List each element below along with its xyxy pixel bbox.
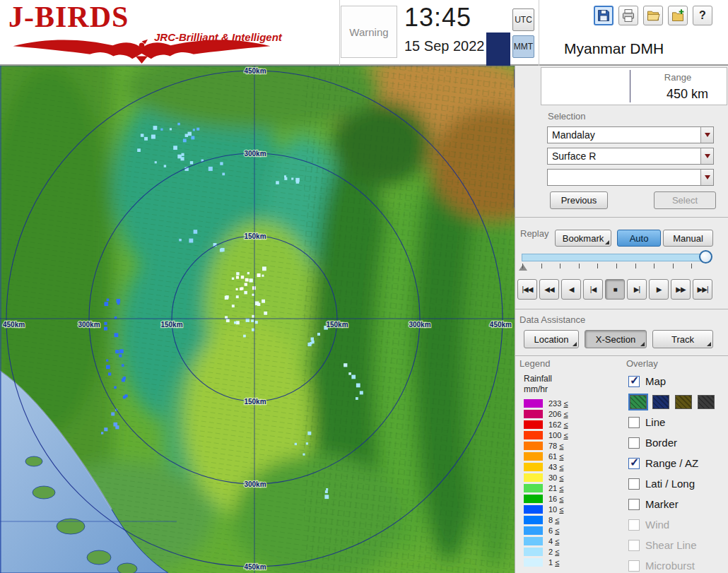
legend-color-swatch bbox=[524, 495, 543, 503]
fast-rewind-button[interactable]: ◀◀ bbox=[539, 279, 559, 300]
overlay-item-shear-line: Shear Line bbox=[628, 535, 728, 555]
legend-row: 8 ≤ bbox=[524, 514, 568, 525]
save-button[interactable] bbox=[594, 6, 613, 25]
utc-button[interactable]: UTC bbox=[512, 8, 534, 31]
auto-button[interactable]: Auto bbox=[617, 230, 661, 247]
step-forward-button[interactable]: ▶| bbox=[627, 279, 647, 300]
overlay-item-range-az[interactable]: Range / AZ bbox=[628, 453, 728, 473]
overlay-item-border[interactable]: Border bbox=[628, 432, 728, 453]
play-backward-button[interactable]: ◀ bbox=[561, 279, 581, 300]
bookmark-button[interactable]: Bookmark bbox=[555, 230, 611, 247]
skip-to-end-button[interactable]: ▶▶| bbox=[693, 279, 712, 300]
range-ring-label: 150km bbox=[244, 232, 266, 240]
x-section-button[interactable]: X-Section bbox=[585, 330, 647, 348]
chevron-down-icon bbox=[705, 154, 710, 158]
selection-label: Selection bbox=[548, 111, 585, 122]
product-dropdown[interactable]: Surface R bbox=[547, 148, 714, 165]
map-style-swatch[interactable] bbox=[675, 395, 692, 409]
product-dropdown-value: Surface R bbox=[548, 150, 700, 162]
legend-row: 30 ≤ bbox=[524, 472, 568, 483]
mmt-button[interactable]: MMT bbox=[512, 35, 534, 58]
fast-forward-button[interactable]: ▶▶ bbox=[671, 279, 691, 300]
overlay-item-lati-long[interactable]: Lati / Long bbox=[628, 473, 728, 494]
overlay-item-label: Line bbox=[645, 416, 665, 428]
radar-map-canvas: 150km150km150km150km300km300km300km300km… bbox=[0, 66, 515, 573]
checkbox[interactable] bbox=[628, 437, 640, 449]
step-back-button[interactable]: |◀ bbox=[583, 279, 603, 300]
legend-value: 43 ≤ bbox=[548, 463, 563, 471]
header: J-BIRDS JRC-Brilliant & Intelligent Rada… bbox=[0, 0, 728, 66]
legend-value: 78 ≤ bbox=[548, 442, 563, 450]
x-section-label: X-Section bbox=[596, 334, 635, 345]
manual-button[interactable]: Manual bbox=[663, 230, 713, 247]
legend-value: 206 ≤ bbox=[548, 410, 568, 418]
range-ring-label: 450km bbox=[244, 67, 266, 75]
station-name: Myanmar DMH bbox=[564, 40, 664, 57]
dropdown-arrow-button[interactable] bbox=[700, 170, 713, 185]
overlay-item-line[interactable]: Line bbox=[628, 412, 728, 432]
range-ring-label: 450km bbox=[244, 563, 266, 571]
export-image-button[interactable] bbox=[668, 6, 688, 25]
range-ring-label: 450km bbox=[3, 321, 25, 329]
radar-map[interactable]: 150km150km150km150km300km300km300km300km… bbox=[0, 66, 515, 573]
overlay-item-map[interactable]: Map bbox=[628, 371, 728, 391]
extra-dropdown[interactable] bbox=[547, 169, 714, 186]
chevron-down-icon bbox=[705, 133, 710, 137]
header-divider bbox=[339, 0, 340, 66]
open-folder-icon bbox=[646, 8, 660, 23]
map-style-swatch[interactable] bbox=[698, 395, 715, 409]
range-display: Range 450 km bbox=[541, 67, 727, 105]
site-dropdown[interactable]: Mandalay bbox=[547, 126, 714, 143]
map-style-swatch[interactable] bbox=[630, 395, 647, 409]
stop-button[interactable]: ■ bbox=[605, 279, 625, 300]
previous-button[interactable]: Previous bbox=[550, 191, 608, 209]
overlay-item-microburst: Microburst bbox=[628, 555, 728, 573]
legend-value: 16 ≤ bbox=[548, 495, 563, 503]
legend-unit-line2: mm/hr bbox=[524, 384, 552, 395]
overlay-item-marker[interactable]: Marker bbox=[628, 494, 728, 514]
overlay-item-label: Range / AZ bbox=[645, 457, 698, 469]
track-button[interactable]: Track bbox=[652, 330, 713, 348]
legend-row: 6 ≤ bbox=[524, 525, 568, 536]
section-divider bbox=[515, 355, 728, 356]
timeline-ticks bbox=[522, 264, 710, 268]
legend-color-swatch bbox=[524, 442, 543, 450]
legend-value: 100 ≤ bbox=[548, 431, 568, 439]
legend-row: 78 ≤ bbox=[524, 440, 568, 451]
overlay-item-label: Border bbox=[645, 437, 677, 449]
overlay-item-label: Lati / Long bbox=[645, 478, 695, 490]
section-divider bbox=[515, 217, 728, 218]
replay-timeline-track[interactable] bbox=[522, 254, 711, 261]
warning-panel[interactable]: Warning bbox=[341, 6, 397, 58]
checkbox[interactable] bbox=[628, 376, 640, 387]
legend-row: 100 ≤ bbox=[524, 430, 568, 440]
skip-to-start-button[interactable]: |◀◀ bbox=[517, 279, 537, 300]
status-block bbox=[486, 33, 510, 66]
legend-row: 21 ≤ bbox=[524, 483, 568, 493]
legend-row: 1 ≤ bbox=[524, 557, 568, 567]
data-assistance-label: Data Assistance bbox=[519, 314, 585, 325]
help-button[interactable]: ? bbox=[693, 6, 712, 25]
section-divider bbox=[515, 309, 728, 309]
legend-row: 16 ≤ bbox=[524, 493, 568, 504]
dropdown-arrow-button[interactable] bbox=[700, 127, 713, 143]
legend-value: 2 ≤ bbox=[548, 548, 559, 556]
location-button[interactable]: Location bbox=[524, 330, 579, 348]
select-button[interactable]: Select bbox=[654, 191, 716, 209]
legend-color-swatch bbox=[524, 537, 543, 545]
replay-label: Replay bbox=[520, 228, 548, 239]
checkbox[interactable] bbox=[628, 458, 640, 469]
print-button[interactable] bbox=[618, 6, 638, 25]
overlay-item-label: Map bbox=[645, 375, 666, 387]
open-folder-button[interactable] bbox=[643, 6, 663, 25]
legend-row: 206 ≤ bbox=[524, 408, 568, 419]
checkbox[interactable] bbox=[628, 499, 640, 510]
checkbox[interactable] bbox=[628, 417, 640, 428]
replay-timeline-handle[interactable] bbox=[699, 250, 712, 264]
play-button[interactable]: ▶ bbox=[649, 279, 669, 300]
range-ring-label: 450km bbox=[490, 321, 512, 329]
range-ring-label: 150km bbox=[160, 321, 182, 329]
dropdown-arrow-button[interactable] bbox=[700, 148, 713, 164]
checkbox[interactable] bbox=[628, 478, 640, 490]
map-style-swatch[interactable] bbox=[652, 395, 669, 409]
